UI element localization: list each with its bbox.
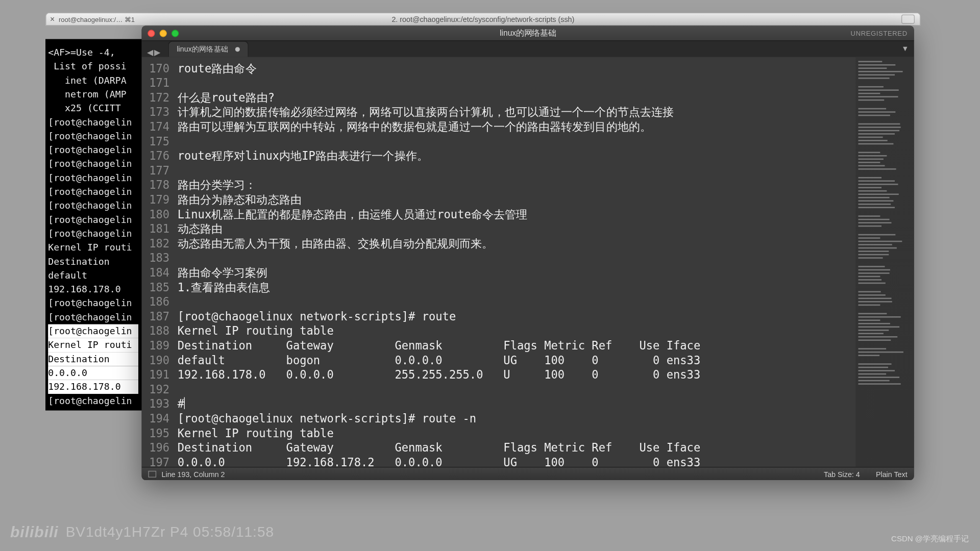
nav-forward-icon[interactable]: ▶ — [154, 47, 160, 57]
code-line[interactable]: Destination Gateway Genmask Flags Metric… — [178, 440, 853, 455]
zoom-window-icon[interactable] — [172, 30, 179, 37]
line-number[interactable]: 186 — [144, 294, 169, 309]
bilibili-logo-icon: bilibili — [10, 523, 59, 541]
line-number[interactable]: 173 — [144, 105, 169, 119]
terminal-line: x25 (CCITT — [48, 102, 138, 115]
code-line[interactable]: 路由分类学习： — [178, 178, 853, 192]
line-number[interactable]: 191 — [144, 367, 169, 382]
line-number[interactable]: 175 — [144, 134, 169, 148]
iterm-left-tab[interactable]: × root@chaogelinux:/… ⌘1 — [50, 14, 135, 23]
line-number[interactable]: 194 — [144, 411, 169, 426]
line-number[interactable]: 174 — [144, 119, 169, 134]
code-line[interactable] — [178, 294, 853, 309]
code-line[interactable] — [178, 251, 853, 265]
background-terminal[interactable]: <AF>=Use -4, List of possi inet (DARPA n… — [45, 39, 142, 411]
line-number[interactable]: 193 — [144, 396, 169, 411]
code-line[interactable]: route程序对linux内地IP路由表进行一个操作。 — [178, 148, 853, 163]
tab-linux-network-basics[interactable]: linux的网络基础 — [168, 41, 249, 57]
code-line[interactable]: [root@chaogelinux network-scripts]# rout… — [178, 411, 853, 426]
code-line[interactable]: default bogon 0.0.0.0 UG 100 0 0 ens33 — [178, 353, 853, 367]
terminal-line: Destination — [48, 255, 138, 268]
code-line[interactable]: 1.查看路由表信息 — [178, 280, 853, 294]
code-line[interactable] — [178, 163, 853, 178]
line-number[interactable]: 171 — [144, 76, 169, 90]
iterm-center-title: 2. root@chaogelinux:/etc/sysconfig/netwo… — [391, 15, 574, 23]
code-line[interactable]: [root@chaogelinux network-scripts]# rout… — [178, 309, 853, 324]
terminal-line: inet (DARPA — [48, 73, 138, 87]
minimize-window-icon[interactable] — [160, 30, 167, 37]
window-title: linux的网络基础 — [500, 28, 556, 39]
code-line[interactable]: 路由分为静态和动态路由 — [178, 192, 853, 207]
terminal-line: [root@chaogelin — [48, 394, 138, 408]
terminal-line: [root@chaogelin — [48, 171, 138, 185]
code-line[interactable] — [178, 134, 853, 148]
iterm-tabbar: × root@chaogelinux:/… ⌘1 2. root@chaogel… — [45, 13, 921, 26]
code-line[interactable]: 计算机之间的数据传输必须经过网络，网络可以直接两台计算机，也可以通过一个一个的节… — [178, 105, 853, 119]
code-line[interactable]: 192.168.178.0 0.0.0.0 255.255.255.0 U 10… — [178, 367, 853, 382]
terminal-line: [root@chaogelin — [48, 143, 138, 157]
code-line[interactable]: Linux机器上配置的都是静态路由，由运维人员通过route命令去管理 — [178, 207, 853, 221]
terminal-line: [root@chaogelin — [48, 185, 138, 199]
code-line[interactable]: 什么是route路由? — [178, 90, 853, 105]
terminal-line: [root@chaogelin — [48, 157, 138, 171]
cursor-position-label[interactable]: Line 193, Column 2 — [162, 470, 225, 478]
sublime-titlebar[interactable]: linux的网络基础 UNREGISTERED — [142, 26, 914, 41]
terminal-line-selected: 192.168.178.0 — [48, 380, 138, 394]
editor-text-area[interactable]: route路由命令 什么是route路由?计算机之间的数据传输必须经过网络，网络… — [175, 57, 856, 467]
line-number[interactable]: 187 — [144, 309, 169, 324]
close-window-icon[interactable] — [148, 30, 155, 37]
terminal-line: Kernel IP routi — [48, 241, 138, 255]
line-number[interactable]: 190 — [144, 353, 169, 367]
line-number[interactable]: 184 — [144, 265, 169, 280]
terminal-line: <AF>=Use -4, — [48, 46, 138, 60]
tab-label: linux的网络基础 — [177, 44, 228, 55]
line-number[interactable]: 189 — [144, 338, 169, 353]
nav-back-icon[interactable]: ◀ — [147, 47, 153, 57]
panel-switcher-icon[interactable] — [149, 470, 157, 477]
line-number[interactable]: 172 — [144, 90, 169, 105]
line-number[interactable]: 188 — [144, 323, 169, 338]
line-number[interactable]: 178 — [144, 178, 169, 192]
line-number[interactable]: 182 — [144, 236, 169, 251]
code-line[interactable] — [178, 76, 853, 90]
line-number[interactable]: 181 — [144, 221, 169, 236]
line-number[interactable]: 176 — [144, 148, 169, 163]
line-number[interactable]: 183 — [144, 251, 169, 265]
tab-size-label[interactable]: Tab Size: 4 — [824, 470, 860, 478]
line-number[interactable]: 179 — [144, 192, 169, 207]
code-line[interactable]: 路由可以理解为互联网的中转站，网络中的数据包就是通过一个一个的路由器转发到目的地… — [178, 119, 853, 134]
text-caret — [184, 397, 185, 409]
code-line[interactable]: route路由命令 — [178, 61, 853, 76]
code-line[interactable]: # — [178, 396, 853, 411]
minimap[interactable] — [855, 57, 914, 467]
tab-overflow-icon[interactable]: ▼ — [901, 44, 909, 53]
code-line[interactable]: 路由命令学习案例 — [178, 265, 853, 280]
line-number[interactable]: 170 — [144, 61, 169, 76]
code-line[interactable]: Kernel IP routing table — [178, 323, 853, 338]
terminal-line: [root@chaogelin — [48, 310, 138, 324]
code-line[interactable]: Kernel IP routing table — [178, 425, 853, 440]
code-line[interactable]: Destination Gateway Genmask Flags Metric… — [178, 338, 853, 353]
line-number-gutter[interactable]: 1701711721731741751761771781791801811821… — [142, 57, 175, 467]
code-line[interactable]: 动态路由 — [178, 221, 853, 236]
syntax-label[interactable]: Plain Text — [876, 470, 908, 478]
line-number[interactable]: 185 — [144, 280, 169, 294]
status-bar: Line 193, Column 2 Tab Size: 4 Plain Tex… — [142, 467, 914, 480]
line-number[interactable]: 196 — [144, 440, 169, 455]
line-number[interactable]: 177 — [144, 163, 169, 178]
close-icon[interactable]: × — [50, 14, 55, 23]
fullscreen-icon[interactable] — [901, 14, 915, 23]
line-number[interactable]: 180 — [144, 207, 169, 221]
terminal-line-selected: 0.0.0.0 — [48, 366, 138, 380]
code-line[interactable] — [178, 382, 853, 397]
terminal-line: [root@chaogelin — [48, 227, 138, 240]
terminal-line: [root@chaogelin — [48, 129, 138, 143]
terminal-line-selected: [root@chaogelin — [48, 324, 138, 338]
code-line[interactable]: 动态路由无需人为干预，由路由器、交换机自动分配规则而来。 — [178, 236, 853, 251]
line-number[interactable]: 192 — [144, 382, 169, 397]
terminal-line: default — [48, 268, 138, 282]
terminal-line-selected: Destination — [48, 352, 138, 366]
line-number[interactable]: 195 — [144, 425, 169, 440]
terminal-line: netrom (AMP — [48, 87, 138, 101]
bilibili-video-id: BV1dt4y1H7Zr P4 05:58/11:58 — [66, 524, 274, 540]
